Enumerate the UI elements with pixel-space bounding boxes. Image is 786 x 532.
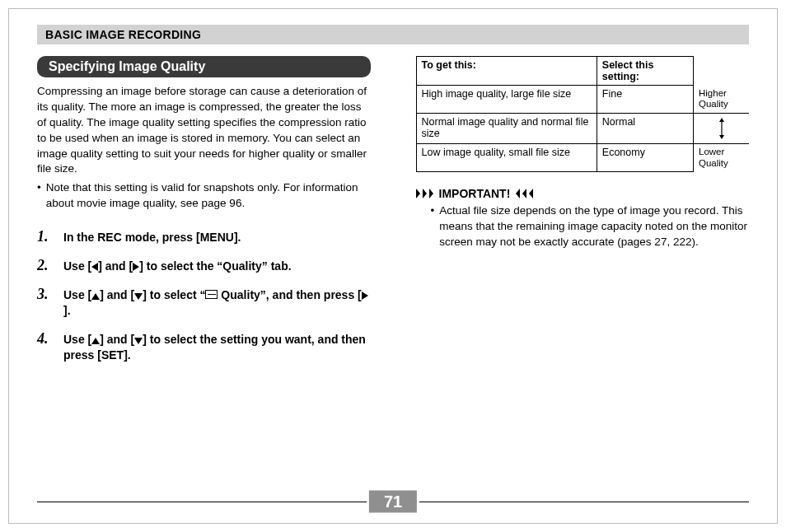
- right-column: To get this: Select this setting: High i…: [416, 56, 750, 375]
- table-row: Low image quality, small file size Econo…: [416, 144, 749, 172]
- t: Use [: [63, 259, 91, 273]
- important-heading: IMPORTANT!: [416, 187, 750, 200]
- t: ].: [63, 304, 71, 317]
- wedge-left-icon: [516, 189, 520, 198]
- col-header: Select this setting:: [597, 57, 693, 86]
- quality-table: To get this: Select this setting: High i…: [416, 56, 750, 172]
- side-label-bottom: Lower Quality: [694, 144, 750, 172]
- left-column: Specifying Image Quality Compressing an …: [37, 56, 371, 375]
- step-1: 1. In the REC mode, press [MENU].: [37, 228, 371, 245]
- important-text: Actual file size depends on the type of …: [439, 203, 749, 250]
- t: ] to select the “Quality” tab.: [139, 259, 291, 273]
- step-3: 3. Use [] and [] to select “ Quality”, a…: [37, 286, 371, 319]
- bullet-icon: •: [37, 180, 41, 212]
- t: Use [: [63, 288, 91, 301]
- footer-rule: [419, 502, 749, 502]
- cell-setting: Economy: [597, 144, 693, 172]
- cell-setting: Fine: [597, 86, 693, 114]
- page-number: 71: [369, 491, 417, 513]
- table-header-row: To get this: Select this setting:: [416, 57, 749, 86]
- step-number: 2.: [37, 257, 55, 274]
- steps-list: 1. In the REC mode, press [MENU]. 2. Use…: [37, 228, 371, 363]
- down-arrow-icon: [134, 293, 143, 300]
- page-footer: 71: [37, 488, 749, 516]
- step-number: 4.: [37, 330, 55, 363]
- cell-desc: High image quality, large file size: [416, 86, 597, 114]
- col-header: To get this:: [416, 57, 597, 86]
- t: ] and [: [98, 259, 133, 273]
- t: Quality”, and then press [: [218, 288, 361, 301]
- important-body: • Actual file size depends on the type o…: [416, 203, 750, 250]
- up-arrow-icon: [91, 293, 100, 300]
- cell-desc: Normal image quality and normal file siz…: [416, 114, 597, 144]
- side-label-top: Higher Quality: [694, 86, 750, 114]
- step-number: 1.: [37, 228, 55, 245]
- t: ] and [: [100, 288, 134, 301]
- note-text: Note that this setting is valid for snap…: [46, 180, 371, 212]
- down-arrow-icon: [134, 338, 143, 344]
- side-arrow-icon: [694, 114, 750, 144]
- wedge-left-icon: [529, 189, 533, 198]
- step-text: Use [] and [] to select “ Quality”, and …: [63, 286, 371, 319]
- svg-marker-2: [719, 135, 724, 139]
- footer-rule: [37, 502, 367, 502]
- note: • Note that this setting is valid for sn…: [37, 180, 371, 212]
- cell-setting: Normal: [597, 114, 693, 144]
- wedge-right-icon: [423, 189, 427, 198]
- step-text: Use [] and [] to select the setting you …: [63, 330, 371, 363]
- table-row: High image quality, large file size Fine…: [416, 86, 749, 114]
- wedge-left-icon: [522, 189, 526, 198]
- step-text: Use [] and [] to select the “Quality” ta…: [63, 257, 292, 274]
- spacer: [694, 57, 750, 86]
- important-label: IMPORTANT!: [439, 187, 511, 200]
- table-row: Normal image quality and normal file siz…: [416, 114, 749, 144]
- step-text: In the REC mode, press [MENU].: [63, 228, 241, 245]
- wedge-right-icon: [416, 189, 420, 198]
- snapshot-icon: [205, 290, 218, 299]
- subsection-title: Specifying Image Quality: [37, 56, 371, 77]
- step-2: 2. Use [] and [] to select the “Quality”…: [37, 257, 371, 274]
- wedge-right-icon: [429, 189, 433, 198]
- t: ] to select “: [143, 288, 205, 301]
- right-arrow-icon: [362, 292, 368, 300]
- t: ] and [: [100, 333, 134, 346]
- bullet-icon: •: [431, 203, 435, 250]
- cell-desc: Low image quality, small file size: [416, 144, 597, 172]
- up-arrow-icon: [91, 338, 100, 344]
- step-4: 4. Use [] and [] to select the setting y…: [37, 330, 371, 363]
- step-number: 3.: [37, 286, 55, 319]
- section-header: BASIC IMAGE RECORDING: [37, 25, 749, 44]
- svg-marker-1: [719, 118, 724, 122]
- t: Use [: [63, 333, 91, 346]
- intro-paragraph: Compressing an image before storage can …: [37, 84, 371, 177]
